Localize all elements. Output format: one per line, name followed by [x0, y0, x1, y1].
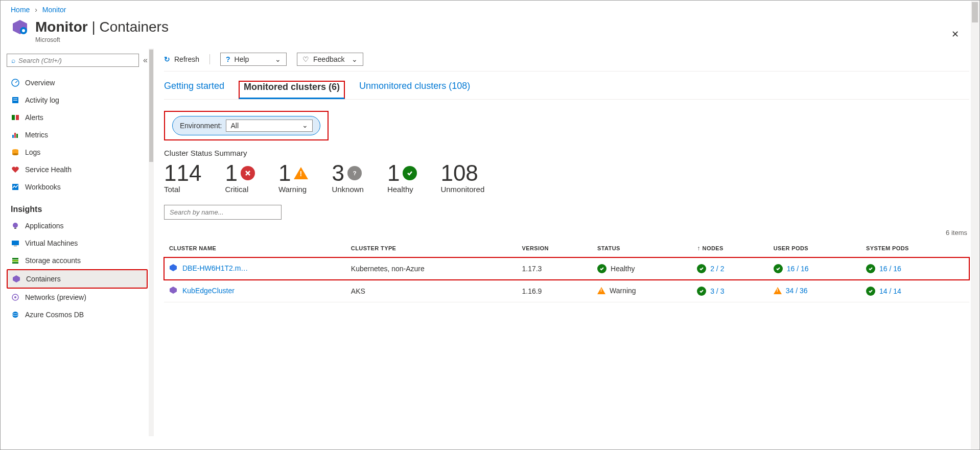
- col-nodes[interactable]: ↑NODES: [692, 240, 768, 257]
- table-row[interactable]: DBE-HW6H1T2.m… Kubernetes, non-Azure 1.1…: [164, 257, 969, 280]
- network-icon: [11, 293, 20, 302]
- svg-rect-18: [14, 228, 16, 229]
- svg-rect-9: [16, 115, 19, 120]
- summary-title: Cluster Status Summary: [164, 149, 969, 157]
- feedback-dropdown[interactable]: ♡Feedback ⌄: [297, 53, 363, 66]
- healthy-icon: [403, 166, 417, 180]
- sidebar-search[interactable]: ⌕: [7, 54, 139, 67]
- col-version[interactable]: VERSION: [517, 240, 592, 257]
- svg-point-26: [14, 296, 16, 298]
- svg-text:?: ?: [353, 170, 357, 176]
- stat-total[interactable]: 114 Total: [164, 160, 201, 194]
- warning-icon: [774, 287, 782, 294]
- sidebar-item-cosmos-db[interactable]: Azure Cosmos DB: [7, 306, 148, 323]
- sidebar-item-service-health[interactable]: Service Health: [7, 161, 148, 178]
- breadcrumb: Home › Monitor: [1, 1, 979, 14]
- col-cluster-type[interactable]: CLUSTER TYPE: [346, 240, 517, 257]
- svg-point-27: [12, 312, 18, 318]
- gauge-icon: [11, 78, 20, 87]
- svg-rect-20: [14, 246, 17, 246]
- cosmos-icon: [11, 310, 20, 319]
- sidebar-item-containers[interactable]: Containers: [7, 269, 148, 289]
- stat-warning[interactable]: 1 Warning: [278, 160, 308, 194]
- stat-healthy[interactable]: 1 Healthy: [387, 160, 417, 194]
- cell-version: 1.16.9: [517, 280, 592, 302]
- page-scrollbar[interactable]: [971, 1, 979, 449]
- sidebar-item-label: Workbooks: [25, 183, 61, 191]
- collapse-sidebar-icon[interactable]: «: [143, 56, 148, 65]
- cell-status: Healthy: [611, 265, 635, 273]
- cell-nodes[interactable]: 3 / 3: [710, 287, 724, 295]
- svg-rect-12: [16, 134, 18, 138]
- sidebar-item-applications[interactable]: Applications: [7, 217, 148, 234]
- sort-asc-icon: ↑: [697, 245, 700, 252]
- workbook-icon: [11, 182, 20, 192]
- containers-icon: [12, 274, 21, 283]
- environment-select[interactable]: All: [226, 120, 313, 132]
- sidebar-item-metrics[interactable]: Metrics: [7, 126, 148, 144]
- tab-monitored-clusters[interactable]: Monitored clusters (6): [239, 81, 345, 99]
- cell-system-pods[interactable]: 16 / 16: [879, 265, 901, 273]
- sidebar-item-logs[interactable]: Logs: [7, 144, 148, 161]
- sidebar-scrollbar[interactable]: [149, 49, 154, 436]
- tabs: Getting started Monitored clusters (6) U…: [164, 72, 969, 100]
- sidebar-item-networks[interactable]: Networks (preview): [7, 289, 148, 306]
- sidebar-item-alerts[interactable]: Alerts: [7, 109, 148, 126]
- tab-unmonitored-clusters[interactable]: Unmonitored clusters (108): [359, 81, 470, 99]
- svg-rect-10: [12, 135, 14, 138]
- help-dropdown[interactable]: ?Help ⌄: [220, 53, 287, 66]
- close-icon[interactable]: ✕: [951, 29, 959, 40]
- cluster-name-link[interactable]: DBE-HW6H1T2.m…: [182, 264, 248, 272]
- sidebar-item-label: Activity log: [25, 96, 59, 104]
- healthy-icon: [866, 264, 875, 273]
- clusters-table: CLUSTER NAME CLUSTER TYPE VERSION STATUS…: [164, 240, 969, 302]
- stat-critical[interactable]: 1 Critical: [225, 160, 254, 194]
- refresh-button[interactable]: ↻ Refresh: [164, 55, 199, 63]
- sidebar-item-label: Alerts: [25, 113, 43, 122]
- cell-system-pods[interactable]: 14 / 14: [879, 287, 901, 295]
- search-icon: ⌕: [11, 56, 15, 64]
- svg-point-17: [13, 223, 18, 228]
- sidebar-item-activity-log[interactable]: Activity log: [7, 91, 148, 109]
- metrics-icon: [11, 130, 20, 139]
- svg-marker-31: [170, 287, 177, 294]
- cell-user-pods[interactable]: 16 / 16: [787, 265, 809, 273]
- table-row[interactable]: KubEdgeCluster AKS 1.16.9 Warning 3 / 3 …: [164, 280, 969, 302]
- sidebar-item-label: Applications: [25, 222, 64, 230]
- stat-unmonitored[interactable]: 108 Unmonitored: [440, 160, 484, 194]
- cell-type: AKS: [346, 280, 517, 302]
- sidebar-item-overview[interactable]: Overview: [7, 74, 148, 91]
- svg-rect-6: [13, 99, 17, 99]
- page-org: Microsoft: [35, 36, 979, 49]
- breadcrumb-monitor[interactable]: Monitor: [42, 6, 66, 14]
- search-by-name-input[interactable]: [164, 205, 282, 220]
- col-system-pods[interactable]: SYSTEM PODS: [861, 240, 969, 257]
- cell-user-pods[interactable]: 34 / 36: [786, 287, 808, 295]
- sidebar-item-label: Virtual Machines: [25, 239, 78, 247]
- tab-getting-started[interactable]: Getting started: [164, 81, 224, 99]
- cluster-name-link[interactable]: KubEdgeCluster: [182, 287, 235, 295]
- cell-nodes[interactable]: 2 / 2: [710, 265, 724, 273]
- sidebar-item-workbooks[interactable]: Workbooks: [7, 178, 148, 196]
- chevron-right-icon: ›: [35, 6, 37, 14]
- sidebar-item-storage-accounts[interactable]: Storage accounts: [7, 252, 148, 269]
- col-user-pods[interactable]: USER PODS: [768, 240, 861, 257]
- breadcrumb-home[interactable]: Home: [11, 6, 30, 14]
- sidebar-item-virtual-machines[interactable]: Virtual Machines: [7, 234, 148, 252]
- col-cluster-name[interactable]: CLUSTER NAME: [164, 240, 346, 257]
- stat-unknown[interactable]: 3 ? Unknown: [332, 160, 364, 194]
- toolbar-divider: [209, 54, 210, 64]
- sidebar-search-input[interactable]: [18, 57, 134, 64]
- svg-rect-21: [12, 258, 18, 259]
- svg-marker-30: [170, 264, 177, 271]
- aks-icon: [169, 286, 178, 295]
- chevron-down-icon: ⌄: [275, 55, 281, 63]
- svg-rect-8: [12, 115, 15, 120]
- col-status[interactable]: STATUS: [592, 240, 692, 257]
- environment-filter[interactable]: Environment: All: [172, 116, 320, 135]
- chevron-down-icon: ⌄: [352, 55, 358, 63]
- refresh-icon: ↻: [164, 55, 170, 63]
- cell-status: Warning: [610, 287, 636, 295]
- sidebar-item-label: Overview: [25, 79, 55, 87]
- monitor-icon: [11, 18, 29, 36]
